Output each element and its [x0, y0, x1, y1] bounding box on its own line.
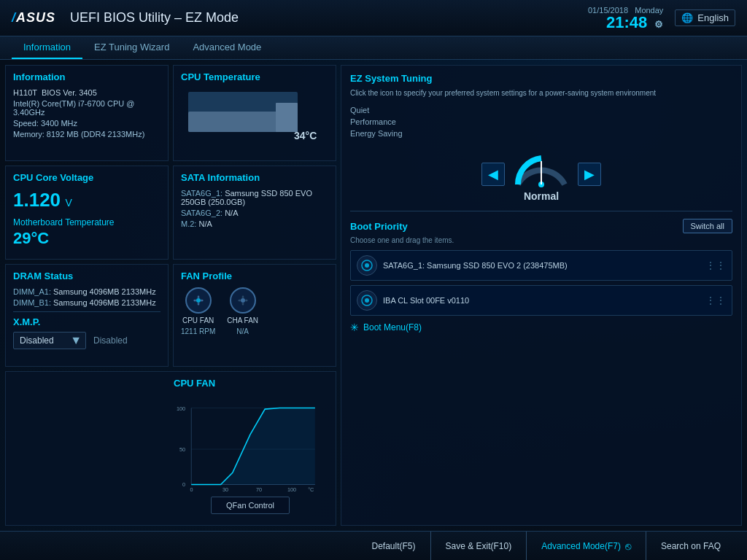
svg-text:0: 0 — [182, 481, 185, 488]
cpu-fan-name: CPU FAN — [182, 316, 214, 324]
nav-item-ez-tuning[interactable]: EZ Tuning Wizard — [82, 36, 181, 59]
boot-menu-label: Boot Menu(F8) — [363, 322, 422, 332]
boot-item-name-2: IBA CL Slot 00FE v0110 — [383, 296, 700, 305]
svg-text:100: 100 — [287, 486, 296, 493]
advanced-mode-label: Advanced Mode(F7) — [541, 541, 621, 551]
dram-dimm-a1: DIMM_A1: Samsung 4096MB 2133MHz — [13, 287, 160, 296]
advanced-mode-button[interactable]: Advanced Mode(F7) ⎋ — [527, 532, 646, 560]
boot-priority-section: Boot Priority Switch all Choose one and … — [350, 211, 732, 333]
xmp-title: X.M.P. — [13, 316, 160, 327]
exit-icon: ⎋ — [625, 540, 631, 552]
tuning-energy-saving[interactable]: Energy Saving — [350, 129, 732, 138]
language-selector[interactable]: 🌐 English — [675, 9, 735, 26]
fan-chart-svg: 100 50 0 % 0 30 70 100 °C — [174, 392, 327, 501]
info-speed: Speed: 3400 MHz — [13, 119, 160, 128]
svg-text:70: 70 — [256, 486, 262, 493]
voltage-value: 1.120 V — [13, 189, 160, 211]
language-label: English — [697, 12, 729, 23]
header: /ASUS UEFI BIOS Utility – EZ Mode 01/15/… — [0, 0, 747, 36]
fan-panel: FAN Profile CPU FAN 1211 RPM — [173, 264, 336, 367]
mb-temp-title: Motherboard Temperature — [13, 217, 160, 228]
nav-bar: Information EZ Tuning Wizard Advanced Mo… — [0, 36, 747, 60]
xmp-row: Disabled Profile 1 Profile 2 ▼ Disabled — [13, 332, 160, 349]
default-button[interactable]: Default(F5) — [357, 532, 430, 560]
info-memory: Memory: 8192 MB (DDR4 2133MHz) — [13, 130, 160, 139]
asterisk-icon: ✳ — [350, 322, 359, 333]
boot-item-2[interactable]: IBA CL Slot 00FE v0110 ⋮⋮ — [350, 285, 732, 316]
boot-menu-button[interactable]: ✳ Boot Menu(F8) — [350, 322, 732, 333]
settings-icon[interactable]: ⚙ — [654, 19, 663, 30]
tuning-quiet[interactable]: Quiet — [350, 106, 732, 114]
fan-item-cpu: CPU FAN 1211 RPM — [181, 287, 215, 335]
dram-xmp-panel: DRAM Status DIMM_A1: Samsung 4096MB 2133… — [5, 264, 169, 367]
nav-item-advanced[interactable]: Advanced Mode — [181, 36, 273, 59]
info-title: Information — [13, 71, 160, 82]
fan-items: CPU FAN 1211 RPM CHA FAN N/A — [181, 287, 328, 335]
xmp-status: Disabled — [93, 335, 128, 346]
tuning-performance[interactable]: Performance — [350, 117, 732, 126]
boot-desc: Choose one and drag the items. — [350, 236, 732, 244]
info-motherboard: H110T BIOS Ver. 3405 — [13, 88, 160, 97]
next-tuning-button[interactable]: ▶ — [578, 163, 601, 186]
boot-disk-icon-2 — [357, 290, 377, 311]
time-text: 21:48 ⚙ — [606, 15, 663, 31]
cpu-fan-chart-title: CPU FAN — [174, 378, 327, 389]
svg-text:50: 50 — [179, 446, 185, 453]
cpu-fan-chart-panel: CPU FAN 100 50 — [5, 371, 336, 526]
prev-tuning-button[interactable]: ◀ — [481, 163, 505, 186]
dram-title: DRAM Status — [13, 271, 160, 281]
svg-text:°C: °C — [308, 486, 314, 493]
svg-text:34°C: 34°C — [294, 130, 317, 141]
svg-point-10 — [196, 298, 201, 303]
voltage-panel: CPU Core Voltage 1.120 V Motherboard Tem… — [5, 166, 169, 260]
xmp-select[interactable]: Disabled Profile 1 Profile 2 — [13, 332, 86, 349]
tuning-dial: Normal — [512, 147, 570, 202]
sata-item-1: SATA6G_1: Samsung SSD 850 EVO 250GB (250… — [181, 189, 328, 206]
switch-all-button[interactable]: Switch all — [683, 219, 732, 233]
temp-gauge-svg: 34°C — [181, 88, 320, 143]
datetime: 01/15/2018 Monday 21:48 ⚙ — [588, 6, 663, 31]
fan-chart-layout: CPU FAN 100 50 — [15, 378, 327, 519]
search-faq-button[interactable]: Search on FAQ — [646, 532, 735, 560]
boot-title: Boot Priority — [350, 221, 408, 232]
svg-point-9 — [365, 298, 369, 303]
cha-fan-icon — [230, 287, 256, 314]
svg-text:100: 100 — [177, 405, 185, 412]
boot-drag-handle-2[interactable]: ⋮⋮ — [705, 295, 726, 306]
app-title: UEFI BIOS Utility – EZ Mode — [70, 10, 239, 26]
svg-rect-2 — [276, 103, 298, 132]
bottom-bar: Default(F5) Save & Exit(F10) Advanced Mo… — [0, 531, 747, 560]
svg-point-7 — [365, 263, 369, 268]
boot-drag-handle-1[interactable]: ⋮⋮ — [705, 260, 726, 271]
dram-dimm-b1: DIMM_B1: Samsung 4096MB 2133MHz — [13, 298, 160, 307]
info-cpu: Intel(R) Core(TM) i7-6700 CPU @ 3.40GHz — [13, 99, 160, 117]
globe-icon: 🌐 — [681, 12, 693, 23]
cpu-temp-title: CPU Temperature — [181, 71, 328, 82]
tuning-options: Quiet Performance Energy Saving — [350, 106, 732, 138]
svg-text:0: 0 — [190, 486, 193, 493]
ez-desc: Click the icon to specify your preferred… — [350, 88, 732, 98]
svg-text:30: 30 — [222, 486, 228, 493]
fan-blade-svg — [190, 292, 206, 308]
boot-item-1[interactable]: SATA6G_1: Samsung SSD 850 EVO 2 (238475M… — [350, 250, 732, 281]
cha-fan-name: CHA FAN — [227, 316, 258, 324]
svg-marker-26 — [191, 408, 315, 485]
save-exit-button[interactable]: Save & Exit(F10) — [431, 532, 527, 560]
chart-container: 100 50 0 % 0 30 70 100 °C — [174, 392, 327, 494]
tuning-dial-row: ◀ Normal ▶ — [350, 147, 732, 202]
nav-item-information[interactable]: Information — [12, 36, 82, 59]
voltage-title: CPU Core Voltage — [13, 172, 160, 183]
fan-chart-right: CPU FAN 100 50 — [174, 378, 327, 519]
cha-fan-speed: N/A — [236, 327, 249, 335]
svg-point-11 — [241, 298, 245, 303]
cpu-temp-panel: CPU Temperature 34°C — [173, 65, 336, 161]
fan-profile-title: FAN Profile — [181, 271, 328, 281]
fan-chart-left — [15, 378, 168, 519]
speedometer-svg — [512, 147, 570, 190]
cpu-fan-icon — [185, 287, 212, 314]
cpu-fan-speed: 1211 RPM — [181, 327, 215, 335]
fan-item-cha: CHA FAN N/A — [227, 287, 258, 335]
boot-header: Boot Priority Switch all — [350, 219, 732, 233]
sata-title: SATA Information — [181, 172, 328, 183]
boot-disk-icon-1 — [357, 255, 377, 276]
